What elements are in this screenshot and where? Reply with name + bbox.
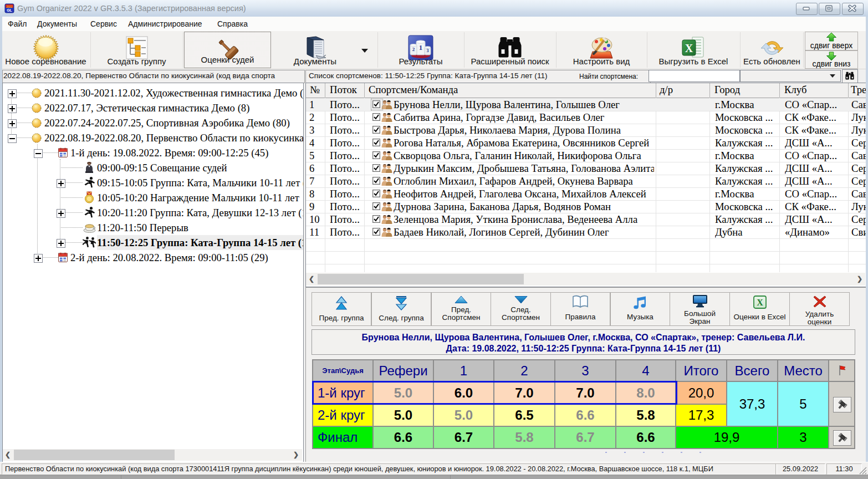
svg-text:3: 3 xyxy=(427,48,429,53)
svg-text:X: X xyxy=(685,42,693,54)
svg-text:X: X xyxy=(757,298,763,307)
svg-text:1: 1 xyxy=(419,43,423,52)
svg-text:GL: GL xyxy=(7,8,12,12)
svg-text:2022: 2022 xyxy=(6,5,12,8)
svg-text:2: 2 xyxy=(412,47,415,52)
